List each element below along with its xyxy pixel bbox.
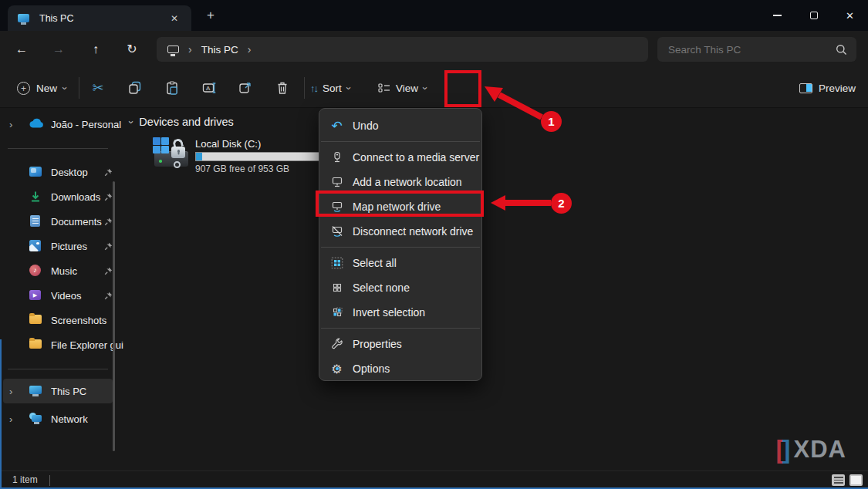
sidebar-item-downloads[interactable]: Downloads xyxy=(0,184,123,209)
music-icon: ♪ xyxy=(29,265,43,277)
navigation-pane: › João - Personal Desktop Downloads Docu… xyxy=(0,108,123,470)
desktop-icon xyxy=(29,166,43,178)
chevron-expand-icon[interactable]: › xyxy=(9,386,20,397)
share-icon xyxy=(238,81,252,95)
sort-button[interactable]: ↑↓ Sort › xyxy=(310,74,350,102)
tab-this-pc[interactable]: This PC ✕ xyxy=(8,5,191,31)
sidebar-item-file-explorer-gui[interactable]: File Explorer gui xyxy=(0,332,123,357)
toolbar-divider xyxy=(304,77,305,99)
chevron-expand-icon[interactable]: › xyxy=(9,413,20,425)
share-button[interactable] xyxy=(231,74,259,102)
address-bar[interactable]: › This PC › xyxy=(157,37,648,62)
annotation-step-1: 1 xyxy=(541,111,562,132)
details-view-icon[interactable] xyxy=(832,474,845,486)
monitor-icon xyxy=(167,46,179,53)
content-pane: › Devices and drives Local Disk (C:) 907… xyxy=(123,108,868,470)
bitlocker-drive-icon[interactable] xyxy=(153,137,193,171)
annotation-box-map-network-drive xyxy=(316,191,484,217)
onedrive-cloud-icon xyxy=(29,118,43,130)
menu-divider xyxy=(321,141,480,142)
sidebar-item-pictures[interactable]: Pictures xyxy=(0,234,123,258)
sidebar-item-label: Pictures xyxy=(51,241,104,252)
drive-capacity-bar xyxy=(195,152,320,161)
breadcrumb[interactable]: This PC xyxy=(201,44,238,56)
chevron-expand-icon[interactable]: › xyxy=(9,119,20,130)
new-button[interactable]: + New › xyxy=(11,74,73,102)
chevron-right-icon: › xyxy=(248,43,252,56)
search-box[interactable] xyxy=(657,37,856,62)
sort-label: Sort xyxy=(323,83,342,94)
menu-item-options[interactable]: ⚙ Options xyxy=(319,356,481,381)
close-icon: ✕ xyxy=(846,10,854,22)
sidebar-item-label: Desktop xyxy=(51,167,104,178)
sidebar-item-documents[interactable]: Documents xyxy=(0,209,123,234)
sidebar-item-onedrive[interactable]: › João - Personal xyxy=(0,112,123,137)
back-button[interactable]: ← xyxy=(11,39,32,60)
document-icon xyxy=(29,215,43,228)
item-count: 1 item xyxy=(12,474,38,485)
downloads-icon xyxy=(29,191,43,203)
large-icons-view-icon[interactable] xyxy=(849,474,863,486)
search-input[interactable] xyxy=(657,44,836,56)
copy-button[interactable] xyxy=(121,74,149,102)
annotation-step-2: 2 xyxy=(551,193,572,214)
trash-icon xyxy=(275,81,289,95)
sidebar-divider xyxy=(8,369,108,369)
sidebar-item-screenshots[interactable]: Screenshots xyxy=(0,308,123,332)
sidebar-item-label: Videos xyxy=(51,290,104,302)
up-button[interactable]: ↑ xyxy=(85,39,106,60)
pin-icon xyxy=(104,242,113,251)
menu-item-select-all[interactable]: Select all xyxy=(319,251,481,275)
xda-bracket-right: ] xyxy=(782,435,791,464)
drive-name[interactable]: Local Disk (C:) xyxy=(195,138,261,150)
sidebar-item-label: Downloads xyxy=(51,191,104,203)
videos-icon: ▶ xyxy=(29,289,43,302)
menu-item-disconnect-network-drive[interactable]: Disconnect network drive xyxy=(319,219,481,244)
maximize-button[interactable] xyxy=(795,0,832,31)
chevron-right-icon: › xyxy=(188,43,192,56)
menu-item-select-none[interactable]: Select none xyxy=(319,275,481,300)
network-location-icon xyxy=(330,176,343,189)
rename-button[interactable]: A xyxy=(195,74,223,102)
minimize-icon xyxy=(773,15,782,16)
sidebar-item-desktop[interactable]: Desktop xyxy=(0,160,123,184)
sidebar-item-videos[interactable]: ▶ Videos xyxy=(0,283,123,308)
pin-icon xyxy=(104,292,113,300)
xda-logo-text: XDA xyxy=(794,436,846,464)
view-button[interactable]: View › xyxy=(378,74,427,102)
folder-icon xyxy=(29,339,43,351)
menu-divider xyxy=(321,328,480,329)
minimize-button[interactable] xyxy=(759,0,795,31)
menu-item-connect-media-server[interactable]: Connect to a media server xyxy=(319,145,481,170)
tab-close-icon[interactable]: ✕ xyxy=(167,11,182,26)
network-icon xyxy=(29,413,43,425)
preview-pane-icon xyxy=(799,83,812,93)
command-bar: + New › ✂ A ↑↓ Sort › View › xyxy=(0,68,868,108)
menu-item-invert-selection[interactable]: Invert selection xyxy=(319,300,481,325)
new-label: New xyxy=(36,83,57,94)
chevron-down-icon: › xyxy=(420,86,431,89)
new-tab-button[interactable]: + xyxy=(202,7,219,24)
sidebar-item-music[interactable]: ♪ Music xyxy=(0,258,123,283)
invert-selection-icon xyxy=(330,306,343,319)
sidebar-item-network[interactable]: › Network xyxy=(0,406,123,431)
section-header-devices-and-drives[interactable]: › Devices and drives xyxy=(130,116,234,128)
chevron-down-icon[interactable]: › xyxy=(126,120,137,123)
cut-button[interactable]: ✂ xyxy=(84,74,112,102)
refresh-button[interactable]: ↻ xyxy=(121,39,143,60)
forward-button[interactable]: → xyxy=(48,39,69,60)
sidebar-item-this-pc[interactable]: › This PC xyxy=(0,379,123,403)
menu-item-properties[interactable]: Properties xyxy=(319,332,481,356)
close-button[interactable]: ✕ xyxy=(832,0,868,31)
xda-watermark: [ ] XDA xyxy=(776,435,846,464)
menu-item-undo[interactable]: ↶ Undo xyxy=(319,113,481,138)
section-header-label: Devices and drives xyxy=(139,116,234,128)
rename-icon: A xyxy=(202,81,217,95)
preview-button[interactable]: Preview xyxy=(799,74,856,102)
sidebar-scrollbar[interactable] xyxy=(113,181,115,451)
paste-button[interactable] xyxy=(158,74,186,102)
toolbar-divider xyxy=(79,77,79,99)
cut-icon: ✂ xyxy=(92,79,103,96)
delete-button[interactable] xyxy=(269,74,296,102)
preview-label: Preview xyxy=(819,83,856,94)
